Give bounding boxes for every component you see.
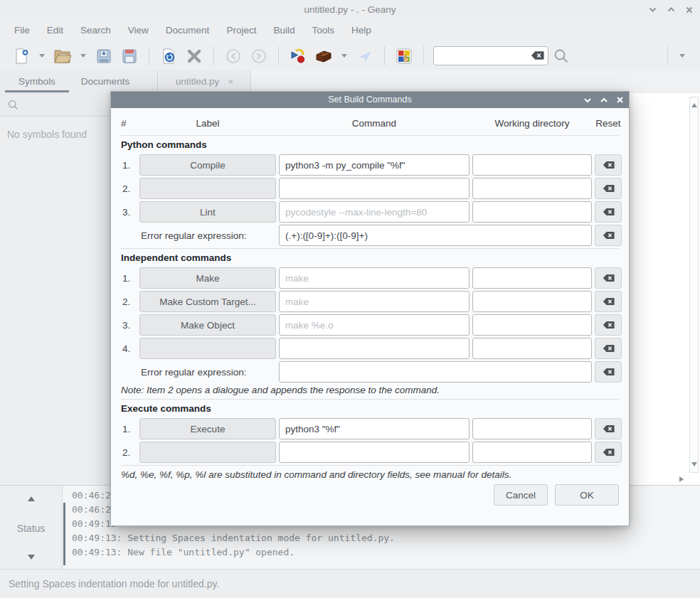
menu-tools[interactable]: Tools xyxy=(303,25,343,36)
reset-button[interactable] xyxy=(595,418,622,439)
panel-scroll-down-icon[interactable] xyxy=(28,555,35,563)
tab-status[interactable]: Status xyxy=(17,523,46,534)
scroll-up-icon[interactable] xyxy=(691,100,697,107)
label-button-lint[interactable]: Lint xyxy=(139,201,276,223)
label-button-make-object[interactable]: Make Object xyxy=(139,314,276,336)
command-input[interactable] xyxy=(279,291,470,312)
reset-button[interactable] xyxy=(595,291,622,312)
tab-untitled-py[interactable]: untitled.py × xyxy=(159,70,251,92)
reset-button[interactable] xyxy=(595,225,622,246)
workdir-input[interactable] xyxy=(472,338,592,359)
color-chooser-button[interactable] xyxy=(391,45,417,68)
dialog-close-button[interactable] xyxy=(617,97,623,103)
search-clear-button[interactable] xyxy=(531,50,544,60)
separator xyxy=(121,399,619,400)
editor-tab-label: untitled.py xyxy=(176,76,220,87)
toolbar-separator xyxy=(213,46,214,65)
workdir-input[interactable] xyxy=(472,314,592,336)
command-input[interactable] xyxy=(279,154,470,176)
workdir-input[interactable] xyxy=(472,178,592,199)
label-button-compile[interactable]: Compile xyxy=(139,154,276,176)
error-regex-input[interactable] xyxy=(279,225,592,246)
scroll-down-icon[interactable] xyxy=(691,462,697,469)
build-brick-icon xyxy=(315,48,332,64)
ok-button[interactable]: OK xyxy=(555,484,619,506)
label-button-make[interactable]: Make xyxy=(139,267,276,289)
command-input[interactable] xyxy=(279,418,470,439)
save-all-button[interactable] xyxy=(117,45,142,68)
revert-button[interactable] xyxy=(156,45,181,68)
run-paper-plane-icon xyxy=(356,48,373,64)
toolbar-search xyxy=(433,46,548,65)
workdir-input[interactable] xyxy=(472,291,592,312)
open-file-button[interactable] xyxy=(50,45,75,68)
workdir-input[interactable] xyxy=(472,418,592,439)
search-find-button[interactable] xyxy=(548,45,574,68)
reset-button[interactable] xyxy=(595,361,622,383)
column-header-workdir: Working directory xyxy=(472,118,592,129)
tab-close-icon[interactable]: × xyxy=(228,76,233,87)
label-button-make-custom-target[interactable]: Make Custom Target... xyxy=(139,291,276,312)
reset-button[interactable] xyxy=(595,267,622,289)
row-number: 3. xyxy=(121,207,137,218)
menu-edit[interactable]: Edit xyxy=(38,25,72,36)
window-minimize-button[interactable] xyxy=(649,6,657,13)
dialog-maximize-button[interactable] xyxy=(600,97,608,103)
window-close-button[interactable] xyxy=(686,6,693,14)
window-maximize-button[interactable] xyxy=(667,6,675,13)
log-scrollbar[interactable] xyxy=(63,503,65,565)
compile-button[interactable] xyxy=(285,45,311,68)
command-input[interactable] xyxy=(279,178,470,199)
chevron-up-icon xyxy=(600,97,608,103)
panel-scroll-up-icon[interactable] xyxy=(28,493,35,501)
reset-button[interactable] xyxy=(595,201,622,223)
label-button-execute[interactable]: Execute xyxy=(139,418,276,439)
command-input[interactable] xyxy=(279,314,470,336)
label-button-empty[interactable] xyxy=(139,442,276,463)
menu-search[interactable]: Search xyxy=(72,25,120,36)
dialog-minimize-button[interactable] xyxy=(584,97,591,103)
workdir-input[interactable] xyxy=(472,154,592,176)
menu-help[interactable]: Help xyxy=(343,25,380,36)
reset-button[interactable] xyxy=(595,338,622,359)
clear-backspace-icon xyxy=(603,448,615,456)
cancel-button[interactable]: Cancel xyxy=(494,484,548,506)
reset-button[interactable] xyxy=(595,154,622,176)
workdir-input[interactable] xyxy=(472,267,592,289)
menu-build[interactable]: Build xyxy=(265,25,303,36)
run-button[interactable] xyxy=(352,45,378,68)
label-button-empty[interactable] xyxy=(139,178,276,199)
column-header-reset: Reset xyxy=(595,118,622,129)
build-button[interactable] xyxy=(311,45,336,68)
menu-file[interactable]: File xyxy=(6,25,38,36)
workdir-input[interactable] xyxy=(472,442,592,463)
close-document-button[interactable] xyxy=(181,45,207,68)
tab-documents[interactable]: Documents xyxy=(73,70,137,92)
command-input[interactable] xyxy=(279,338,470,359)
error-regex-input[interactable] xyxy=(279,361,592,383)
menu-view[interactable]: View xyxy=(120,25,157,36)
command-input[interactable] xyxy=(279,442,470,463)
command-input[interactable] xyxy=(279,267,470,289)
build-dropdown[interactable] xyxy=(341,54,347,58)
new-file-button[interactable] xyxy=(9,45,34,68)
reset-button[interactable] xyxy=(595,178,622,199)
new-file-dropdown[interactable] xyxy=(39,54,45,58)
dialog-titlebar[interactable]: Set Build Commands xyxy=(111,92,629,108)
scroll-right-icon[interactable] xyxy=(679,476,686,482)
workdir-input[interactable] xyxy=(472,201,592,223)
open-file-dropdown[interactable] xyxy=(80,54,86,58)
tab-symbols[interactable]: Symbols xyxy=(5,70,69,92)
toolbar-overflow-dropdown[interactable] xyxy=(679,54,685,58)
menu-document[interactable]: Document xyxy=(157,25,218,36)
navigate-back-button[interactable] xyxy=(221,45,246,68)
statusbar-text: Setting Spaces indentation mode for unti… xyxy=(9,578,219,589)
navigate-forward-button[interactable] xyxy=(246,45,272,68)
save-button[interactable] xyxy=(91,45,117,68)
editor-vertical-scrollbar[interactable] xyxy=(689,97,699,473)
reset-button[interactable] xyxy=(595,442,622,463)
menu-project[interactable]: Project xyxy=(218,25,265,36)
reset-button[interactable] xyxy=(595,314,622,336)
command-input[interactable] xyxy=(279,201,470,223)
label-button-empty[interactable] xyxy=(139,338,276,359)
